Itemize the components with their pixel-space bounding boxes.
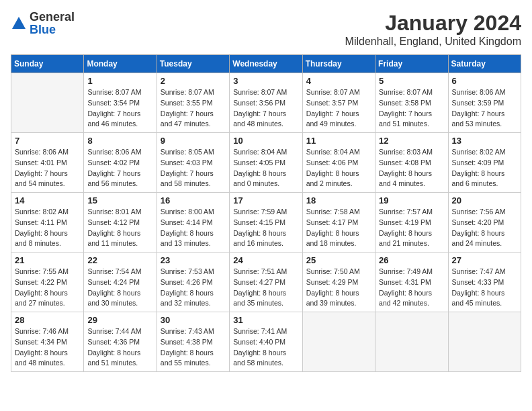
day-info: Sunrise: 7:43 AMSunset: 4:38 PMDaylight:… [161, 326, 226, 369]
day-number: 24 [233, 255, 298, 265]
calendar-cell: 15 Sunrise: 8:01 AMSunset: 4:12 PMDaylig… [84, 193, 157, 253]
day-number: 28 [15, 315, 80, 325]
calendar-cell: 19 Sunrise: 7:57 AMSunset: 4:19 PMDaylig… [375, 193, 448, 253]
day-info: Sunrise: 8:05 AMSunset: 4:03 PMDaylight:… [161, 147, 226, 189]
day-info: Sunrise: 7:54 AMSunset: 4:24 PMDaylight:… [87, 267, 152, 309]
day-number: 18 [306, 195, 371, 205]
day-number: 9 [161, 136, 226, 146]
calendar-cell [375, 312, 448, 372]
day-info: Sunrise: 8:07 AMSunset: 3:54 PMDaylight:… [87, 87, 152, 130]
day-info: Sunrise: 7:49 AMSunset: 4:31 PMDaylight:… [379, 267, 444, 309]
calendar-cell: 8 Sunrise: 8:06 AMSunset: 4:02 PMDayligh… [84, 133, 157, 193]
calendar-cell: 31 Sunrise: 7:41 AMSunset: 4:40 PMDaylig… [230, 312, 302, 372]
calendar-table: SundayMondayTuesdayWednesdayThursdayFrid… [11, 54, 521, 372]
day-number: 4 [306, 76, 371, 86]
calendar-cell: 12 Sunrise: 8:03 AMSunset: 4:08 PMDaylig… [375, 133, 448, 193]
calendar-cell: 14 Sunrise: 8:02 AMSunset: 4:11 PMDaylig… [11, 193, 84, 253]
day-number: 17 [233, 195, 298, 205]
day-info: Sunrise: 8:02 AMSunset: 4:11 PMDaylight:… [15, 207, 80, 249]
calendar-cell: 27 Sunrise: 7:47 AMSunset: 4:33 PMDaylig… [448, 253, 521, 312]
weekday-header-row: SundayMondayTuesdayWednesdayThursdayFrid… [11, 55, 521, 73]
day-number: 12 [379, 136, 444, 146]
day-number: 26 [379, 255, 444, 265]
calendar-cell [302, 312, 375, 372]
day-number: 25 [306, 255, 371, 265]
day-number: 16 [161, 195, 226, 205]
day-number: 5 [379, 76, 444, 86]
calendar-cell: 17 Sunrise: 7:59 AMSunset: 4:15 PMDaylig… [230, 193, 302, 253]
day-info: Sunrise: 8:04 AMSunset: 4:05 PMDaylight:… [233, 147, 298, 189]
day-number: 7 [15, 136, 80, 146]
day-info: Sunrise: 7:53 AMSunset: 4:26 PMDaylight:… [161, 267, 226, 309]
day-info: Sunrise: 7:59 AMSunset: 4:15 PMDaylight:… [233, 207, 298, 249]
day-number: 23 [161, 255, 226, 265]
weekday-header: Sunday [11, 55, 84, 73]
calendar-cell: 11 Sunrise: 8:04 AMSunset: 4:06 PMDaylig… [302, 133, 375, 193]
day-number: 20 [452, 195, 517, 205]
day-number: 13 [452, 136, 517, 146]
logo: General Blue [11, 11, 75, 36]
calendar-cell [448, 312, 521, 372]
calendar-cell: 25 Sunrise: 7:50 AMSunset: 4:29 PMDaylig… [302, 253, 375, 312]
month-title: January 2024 [345, 11, 521, 36]
day-info: Sunrise: 7:47 AMSunset: 4:33 PMDaylight:… [452, 267, 517, 309]
day-number: 14 [15, 195, 80, 205]
day-info: Sunrise: 7:58 AMSunset: 4:17 PMDaylight:… [306, 207, 371, 249]
calendar-cell: 24 Sunrise: 7:51 AMSunset: 4:27 PMDaylig… [230, 253, 302, 312]
title-area: January 2024 Mildenhall, England, United… [345, 11, 521, 48]
calendar-week-row: 14 Sunrise: 8:02 AMSunset: 4:11 PMDaylig… [11, 193, 521, 253]
day-number: 22 [87, 255, 152, 265]
day-info: Sunrise: 8:06 AMSunset: 4:01 PMDaylight:… [15, 147, 80, 189]
calendar-cell: 7 Sunrise: 8:06 AMSunset: 4:01 PMDayligh… [11, 133, 84, 193]
day-info: Sunrise: 8:02 AMSunset: 4:09 PMDaylight:… [452, 147, 517, 189]
calendar-cell: 16 Sunrise: 8:00 AMSunset: 4:14 PMDaylig… [157, 193, 229, 253]
calendar-cell: 3 Sunrise: 8:07 AMSunset: 3:56 PMDayligh… [230, 73, 302, 133]
day-info: Sunrise: 8:04 AMSunset: 4:06 PMDaylight:… [306, 147, 371, 189]
day-number: 2 [161, 76, 226, 86]
calendar-cell: 23 Sunrise: 7:53 AMSunset: 4:26 PMDaylig… [157, 253, 229, 312]
calendar-cell: 21 Sunrise: 7:55 AMSunset: 4:22 PMDaylig… [11, 253, 84, 312]
day-info: Sunrise: 7:51 AMSunset: 4:27 PMDaylight:… [233, 267, 298, 309]
calendar-week-row: 21 Sunrise: 7:55 AMSunset: 4:22 PMDaylig… [11, 253, 521, 312]
location-subtitle: Mildenhall, England, United Kingdom [345, 36, 521, 48]
weekday-header: Monday [84, 55, 157, 73]
calendar-cell: 5 Sunrise: 8:07 AMSunset: 3:58 PMDayligh… [375, 73, 448, 133]
weekday-header: Wednesday [230, 55, 302, 73]
day-number: 15 [87, 195, 152, 205]
calendar-cell: 10 Sunrise: 8:04 AMSunset: 4:05 PMDaylig… [230, 133, 302, 193]
weekday-header: Saturday [448, 55, 521, 73]
day-info: Sunrise: 8:07 AMSunset: 3:58 PMDaylight:… [379, 87, 444, 130]
day-info: Sunrise: 8:06 AMSunset: 4:02 PMDaylight:… [87, 147, 152, 189]
day-number: 27 [452, 255, 517, 265]
calendar-cell: 13 Sunrise: 8:02 AMSunset: 4:09 PMDaylig… [448, 133, 521, 193]
day-number: 8 [87, 136, 152, 146]
logo-blue: Blue [30, 23, 56, 36]
day-info: Sunrise: 8:07 AMSunset: 3:56 PMDaylight:… [233, 87, 298, 130]
day-number: 29 [87, 315, 152, 325]
day-number: 31 [233, 315, 298, 325]
weekday-header: Thursday [302, 55, 375, 73]
weekday-header: Tuesday [157, 55, 229, 73]
day-number: 21 [15, 255, 80, 265]
calendar-week-row: 28 Sunrise: 7:46 AMSunset: 4:34 PMDaylig… [11, 312, 521, 372]
svg-marker-0 [12, 17, 26, 29]
day-number: 3 [233, 76, 298, 86]
logo-icon [11, 15, 27, 32]
calendar-cell: 6 Sunrise: 8:06 AMSunset: 3:59 PMDayligh… [448, 73, 521, 133]
day-info: Sunrise: 7:46 AMSunset: 4:34 PMDaylight:… [15, 326, 80, 369]
calendar-cell: 2 Sunrise: 8:07 AMSunset: 3:55 PMDayligh… [157, 73, 229, 133]
calendar-cell: 26 Sunrise: 7:49 AMSunset: 4:31 PMDaylig… [375, 253, 448, 312]
day-info: Sunrise: 7:44 AMSunset: 4:36 PMDaylight:… [87, 326, 152, 369]
day-info: Sunrise: 7:55 AMSunset: 4:22 PMDaylight:… [15, 267, 80, 309]
calendar-cell: 29 Sunrise: 7:44 AMSunset: 4:36 PMDaylig… [84, 312, 157, 372]
page-header: General Blue January 2024 Mildenhall, En… [11, 11, 521, 48]
calendar-week-row: 7 Sunrise: 8:06 AMSunset: 4:01 PMDayligh… [11, 133, 521, 193]
day-info: Sunrise: 7:57 AMSunset: 4:19 PMDaylight:… [379, 207, 444, 249]
day-info: Sunrise: 7:56 AMSunset: 4:20 PMDaylight:… [452, 207, 517, 249]
calendar-cell [11, 73, 84, 133]
calendar-week-row: 1 Sunrise: 8:07 AMSunset: 3:54 PMDayligh… [11, 73, 521, 133]
day-number: 6 [452, 76, 517, 86]
day-number: 1 [87, 76, 152, 86]
day-info: Sunrise: 7:50 AMSunset: 4:29 PMDaylight:… [306, 267, 371, 309]
day-info: Sunrise: 8:01 AMSunset: 4:12 PMDaylight:… [87, 207, 152, 249]
